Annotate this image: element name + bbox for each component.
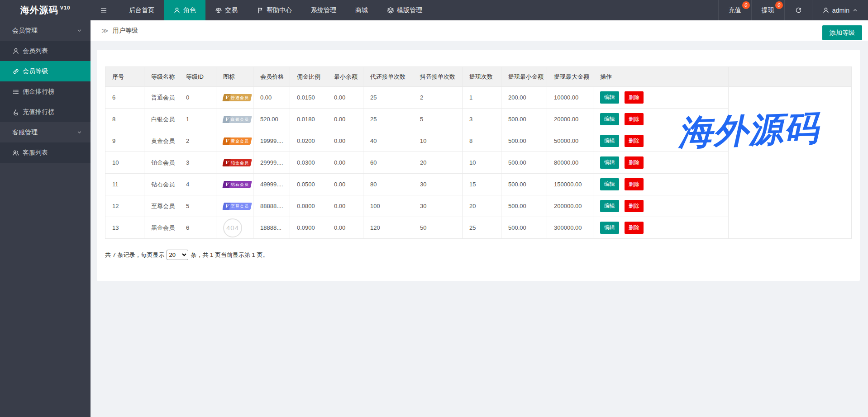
nav-item[interactable]: 交易 (205, 0, 247, 20)
edit-button[interactable]: 编辑 (600, 200, 619, 212)
delete-button[interactable]: 删除 (625, 135, 644, 147)
cell-level_id: 4 (179, 174, 216, 195)
cell-price: 18888... (253, 217, 290, 239)
sidebar-group[interactable]: 客服管理 (0, 122, 91, 142)
column-header: 提现最大金额 (547, 67, 593, 87)
cell-min_balance: 0.00 (327, 152, 363, 174)
refresh-button[interactable] (784, 0, 812, 20)
cell-name: 黄金会员 (144, 130, 179, 152)
cell-price: 49999.... (253, 174, 290, 195)
sidebar-item[interactable]: 会员列表 (0, 41, 91, 61)
cell-withdraw_max: 80000.00 (547, 152, 593, 174)
sidebar-toggle-button[interactable] (91, 0, 119, 20)
level-badge-icon: V普通会员 (222, 94, 252, 101)
page-size-select[interactable]: 20 (167, 250, 188, 260)
cell-rate: 0.0900 (290, 217, 327, 239)
cell-icon: 404 (216, 217, 253, 239)
nav-item[interactable]: 角色 (164, 0, 205, 20)
recharge-nav-item[interactable]: 充值 0 (718, 0, 751, 20)
delete-button[interactable]: 删除 (625, 178, 644, 190)
nav-right: 充值 0 提现 0 admin (718, 0, 868, 20)
recharge-label: 充值 (729, 6, 741, 14)
cell-name: 普通会员 (144, 87, 179, 109)
cell-seq: 11 (105, 174, 144, 195)
add-level-button[interactable]: 添加等级 (822, 25, 862, 40)
edit-button[interactable]: 编辑 (600, 222, 619, 234)
cell-actions: 编辑 删除 (593, 217, 729, 239)
nav-item[interactable]: 帮助中心 (247, 0, 301, 20)
sidebar-item[interactable]: 会员等级 (0, 61, 91, 81)
cell-level_id: 2 (179, 130, 216, 152)
pagination-suffix: 条，共 1 页当前显示第 1 页。 (191, 251, 268, 259)
level-badge-icon: V钻石会员 (222, 181, 252, 188)
cell-level_id: 6 (179, 217, 216, 239)
column-header: 提现次数 (463, 67, 501, 87)
fire-icon (12, 109, 19, 116)
delete-button[interactable]: 删除 (625, 200, 644, 212)
sidebar-item[interactable]: 充值排行榜 (0, 102, 91, 122)
edit-button[interactable]: 编辑 (600, 113, 619, 125)
nav-item[interactable]: 模版管理 (377, 0, 432, 20)
delete-button[interactable]: 删除 (625, 113, 644, 125)
cell-level_id: 5 (179, 195, 216, 217)
double-angle-icon: ≫ (101, 27, 109, 35)
nav-item[interactable]: 系统管理 (301, 0, 346, 20)
cell-withdraw_min: 500.00 (501, 152, 547, 174)
sidebar-item[interactable]: 佣金排行榜 (0, 81, 91, 102)
app-title: 海外源码 (20, 4, 58, 16)
nav-item[interactable]: 后台首页 (119, 0, 164, 20)
broken-image-placeholder: 404 (223, 218, 242, 237)
cell-min_balance: 0.00 (327, 174, 363, 195)
cell-icon: V普通会员 (216, 87, 253, 109)
cell-withdraw_min: 500.00 (501, 130, 547, 152)
table-row: 6普通会员0V普通会员0.000.01500.002521200.0010000… (105, 87, 852, 109)
cell-price: 520.00 (253, 109, 290, 130)
cell-repay_orders: 120 (363, 217, 413, 239)
menu-icon (100, 7, 107, 14)
app-logo[interactable]: 海外源码V10 (0, 0, 91, 20)
top-navbar: 海外源码V10 后台首页角色交易帮助中心系统管理商城模版管理 充值 0 提现 0… (0, 0, 868, 20)
cell-douyin_orders: 30 (413, 174, 463, 195)
sidebar: 会员管理会员列表会员等级佣金排行榜充值排行榜客服管理客服列表 (0, 20, 91, 417)
chevron-down-icon (76, 28, 82, 33)
column-header: 操作 (593, 67, 729, 87)
cell-seq: 13 (105, 217, 144, 239)
cell-rate: 0.0150 (290, 87, 327, 109)
cell-withdraw_max: 20000.00 (547, 109, 593, 130)
column-header: 代还接单次数 (363, 67, 413, 87)
user-icon (173, 7, 181, 14)
delete-button[interactable]: 删除 (625, 91, 644, 104)
app-version: V10 (60, 5, 71, 10)
delete-button[interactable]: 删除 (625, 222, 644, 234)
ranking-icon (12, 88, 19, 95)
cell-rate: 0.0180 (290, 109, 327, 130)
cell-min_balance: 0.00 (327, 87, 363, 109)
edit-button[interactable]: 编辑 (600, 135, 619, 147)
cell-seq: 8 (105, 109, 144, 130)
column-header: 会员价格 (253, 67, 290, 87)
nav-item[interactable]: 商城 (346, 0, 377, 20)
edit-button[interactable]: 编辑 (600, 178, 619, 190)
cell-name: 至尊会员 (144, 195, 179, 217)
withdraw-label: 提现 (762, 6, 774, 14)
cell-price: 29999.... (253, 152, 290, 174)
cell-douyin_orders: 2 (413, 87, 463, 109)
chevron-down-icon (76, 129, 82, 135)
sidebar-item[interactable]: 客服列表 (0, 142, 91, 163)
cell-actions: 编辑 删除 (593, 130, 729, 152)
edit-button[interactable]: 编辑 (600, 91, 619, 104)
delete-button[interactable]: 删除 (625, 156, 644, 169)
table-empty-area (729, 87, 852, 239)
sidebar-group[interactable]: 会员管理 (0, 20, 91, 41)
edit-button[interactable]: 编辑 (600, 156, 619, 169)
pagination: 共 7 条记录，每页显示 20 条，共 1 页当前显示第 1 页。 (105, 250, 852, 260)
column-header: 最小余额 (327, 67, 363, 87)
withdraw-nav-item[interactable]: 提现 0 (751, 0, 784, 20)
cell-level_id: 3 (179, 152, 216, 174)
refresh-icon (795, 7, 802, 14)
table-body: 6普通会员0V普通会员0.000.01500.002521200.0010000… (105, 87, 852, 239)
cell-repay_orders: 25 (363, 109, 413, 130)
admin-menu[interactable]: admin (812, 0, 868, 20)
cell-price: 19999.... (253, 130, 290, 152)
breadcrumb-bar: ≫ 用户等级 添加等级 (91, 20, 868, 41)
